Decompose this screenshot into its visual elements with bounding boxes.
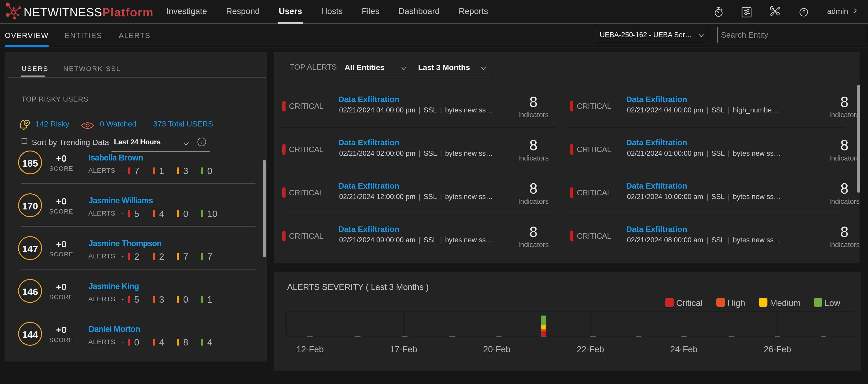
svg-text:24-Feb: 24-Feb (670, 345, 698, 354)
svg-text:17-Feb: 17-Feb (390, 345, 417, 354)
svg-text:22-Feb: 22-Feb (577, 345, 604, 354)
svg-text:26-Feb: 26-Feb (764, 345, 791, 354)
svg-text:?: ? (802, 9, 805, 15)
svg-text:12-Feb: 12-Feb (297, 345, 324, 354)
svg-text:20-Feb: 20-Feb (483, 345, 510, 354)
